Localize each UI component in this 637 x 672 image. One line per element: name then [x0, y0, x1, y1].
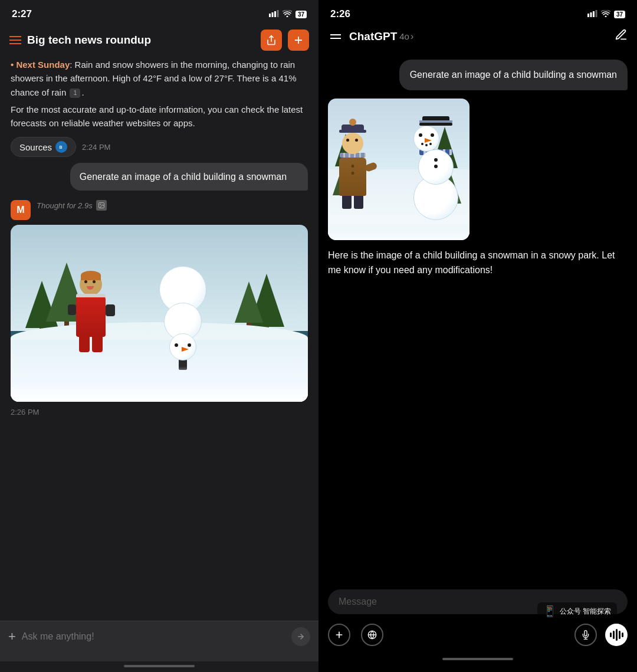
next-sunday-label: • Next Sunday: [11, 60, 70, 70]
message-timestamp-1: 2:24 PM: [82, 143, 110, 152]
left-battery: 37: [295, 11, 307, 18]
left-status-bar: 2:27 37: [0, 0, 318, 25]
snowman-figure: [159, 266, 206, 370]
right-bottom-bar: [328, 621, 628, 658]
left-send-button[interactable]: [291, 627, 310, 646]
add-button[interactable]: [288, 29, 309, 51]
child-figure: [76, 273, 106, 352]
chatgpt-user-bubble: Generate an image of a child building a …: [399, 60, 628, 90]
right-status-icons: 37: [587, 9, 625, 19]
cg-child-legs: [339, 196, 366, 209]
svg-rect-14: [593, 11, 595, 17]
cg-child-figure: [339, 124, 366, 209]
right-content: Generate an image of a child building a …: [318, 50, 637, 585]
left-status-icons: 37: [269, 9, 307, 19]
snow-foreground: [11, 366, 308, 402]
watermark-text: 公众号 智能探索: [560, 607, 611, 617]
sources-button[interactable]: Sources B: [11, 137, 76, 157]
right-input-placeholder: Message: [339, 596, 377, 607]
generated-image-left: [11, 225, 308, 402]
right-battery: 37: [614, 11, 625, 18]
right-panel: 2:26 37 ChatGPT 4o › Generate an: [318, 0, 637, 672]
right-input-area: Message: [318, 585, 637, 672]
cg-snowman-figure: [413, 116, 458, 220]
svg-rect-15: [595, 10, 597, 17]
wave-bar-5: [622, 632, 623, 637]
weather-text: • Next Sunday: Rain and snow showers in …: [11, 58, 308, 99]
right-bottom-right: [574, 624, 628, 646]
svg-rect-2: [274, 11, 276, 17]
cg-snow-foreground: [328, 218, 469, 240]
chatgpt-response-text: Here is the image of a child building a …: [328, 248, 628, 278]
wifi-icon: [283, 9, 292, 19]
left-message-input[interactable]: [22, 631, 285, 642]
share-button[interactable]: [261, 29, 282, 51]
right-header-left: ChatGPT 4o ›: [328, 30, 413, 43]
chatgpt-scene: [328, 99, 469, 240]
left-header-right: [261, 29, 309, 51]
sources-label: Sources: [19, 142, 52, 152]
chatgpt-user-text: Generate an image of a child building a …: [410, 68, 617, 82]
right-hamburger-icon[interactable]: [328, 32, 343, 41]
user-message-bubble: Generate an image of a child building a …: [70, 163, 308, 191]
child-legs: [76, 337, 106, 352]
svg-text:B: B: [60, 145, 63, 149]
svg-rect-1: [271, 12, 273, 17]
sources-icon: B: [55, 141, 67, 153]
left-header: Big tech news roundup: [0, 25, 318, 58]
right-home-indicator: [442, 658, 513, 660]
left-panel: 2:27 37 Big tech news roundup: [0, 0, 318, 672]
soundwave-icon: [610, 629, 623, 641]
snowman-scene: [11, 225, 308, 402]
mic-button[interactable]: [574, 624, 597, 646]
right-app-name: ChatGPT: [349, 30, 397, 43]
followup-text: For the most accurate and up-to-date inf…: [11, 103, 308, 130]
soundwave-button[interactable]: [605, 624, 628, 646]
sources-row: Sources B 2:24 PM: [11, 137, 308, 157]
wave-bar-3: [616, 629, 618, 641]
citation-badge: 1: [70, 88, 80, 98]
wave-bar-2: [613, 631, 615, 639]
chatgpt-generated-image: [328, 99, 469, 240]
user-message-text: Generate an image of a child building a …: [80, 170, 298, 183]
right-header: ChatGPT 4o ›: [318, 25, 637, 50]
wave-bar-4: [619, 631, 620, 639]
svg-rect-3: [277, 10, 278, 17]
left-plus-button[interactable]: +: [8, 629, 16, 644]
hamburger-menu-icon[interactable]: [9, 36, 21, 44]
ai-avatar-letter: M: [17, 205, 24, 215]
chevron-right-icon: ›: [411, 31, 413, 42]
ai-avatar: M: [11, 200, 31, 220]
svg-rect-0: [269, 14, 271, 17]
right-plus-button[interactable]: [328, 624, 350, 646]
svg-rect-12: [587, 14, 589, 17]
right-status-bar: 2:26 37: [318, 0, 637, 25]
right-app-version: 4o: [399, 31, 409, 41]
right-time: 2:26: [330, 8, 350, 20]
image-icon: [96, 200, 107, 211]
wave-bar-1: [610, 632, 612, 637]
left-input-bar: +: [0, 621, 318, 661]
left-header-left: Big tech news roundup: [9, 34, 151, 47]
watermark: 📱 公众号 智能探索: [537, 602, 617, 620]
ai-response-row: M Thought for 2.9s: [11, 200, 308, 220]
left-home-indicator: [124, 665, 195, 667]
signal-icon: [269, 9, 279, 19]
left-time: 2:27: [12, 8, 32, 20]
left-timestamp-bottom: 2:26 PM: [11, 408, 308, 417]
left-app-title: Big tech news roundup: [27, 34, 151, 47]
edit-button[interactable]: [615, 28, 628, 44]
thought-label: Thought for 2.9s: [37, 200, 107, 211]
right-bottom-left: [328, 624, 383, 646]
left-content: • Next Sunday: Rain and snow showers in …: [0, 58, 318, 621]
svg-point-10: [100, 204, 101, 205]
right-signal-icon: [587, 9, 597, 19]
right-globe-button[interactable]: [361, 624, 383, 646]
right-wifi-icon: [601, 9, 610, 19]
svg-rect-13: [590, 12, 592, 17]
